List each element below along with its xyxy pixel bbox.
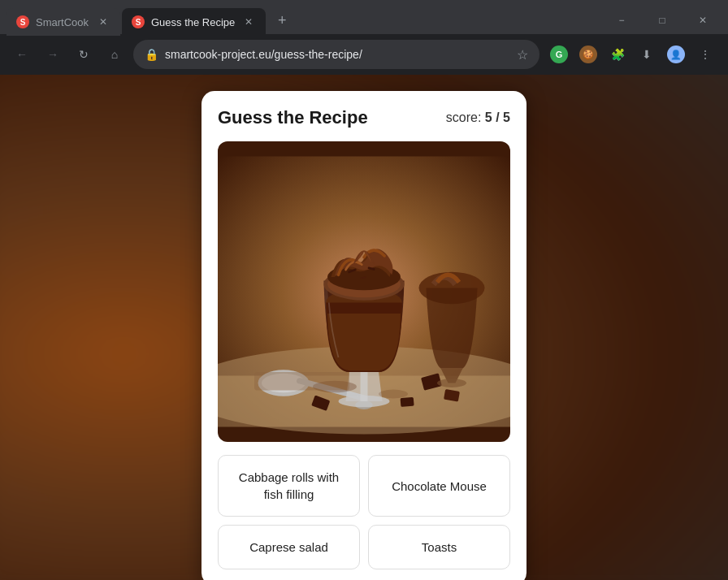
extension-green-icon: G <box>550 45 568 63</box>
answer-toasts-button[interactable]: Toasts <box>368 525 510 569</box>
minimize-button[interactable]: − <box>603 6 640 34</box>
answer-grid: Cabbage rolls with fish filling Chocolat… <box>218 455 510 569</box>
svg-rect-14 <box>361 372 368 401</box>
svg-rect-9 <box>401 397 414 407</box>
refresh-button[interactable]: ↻ <box>72 42 96 67</box>
forward-button[interactable]: → <box>41 42 65 67</box>
page-title: Guess the Recipe <box>218 107 368 128</box>
tab-favicon-smartcook: S <box>16 15 29 28</box>
save-icon: ⬇ <box>642 48 652 61</box>
answer-cabbage-button[interactable]: Cabbage rolls with fish filling <box>218 455 360 517</box>
save-button[interactable]: ⬇ <box>634 41 660 67</box>
tab-smartcook[interactable]: S SmartCook ✕ <box>6 8 120 36</box>
tab-close-smartcook[interactable]: ✕ <box>96 15 110 29</box>
url-text: smartcook-project.eu/guess-the-recipe/ <box>165 48 510 61</box>
tab-close-guess[interactable]: ✕ <box>241 15 256 29</box>
answer-chocolate-button[interactable]: Chocolate Mouse <box>368 455 510 517</box>
answer-caprese-button[interactable]: Caprese salad <box>218 525 360 569</box>
security-icon: 🔒 <box>145 48 158 61</box>
new-tab-button[interactable]: + <box>271 9 293 32</box>
score-label: score: <box>446 110 482 124</box>
menu-button[interactable]: ⋮ <box>692 41 718 67</box>
page-content: Guess the Recipe score: 5 / 5 <box>0 75 728 580</box>
menu-icon: ⋮ <box>700 48 711 61</box>
extension-cookie-icon: 🍪 <box>579 45 597 63</box>
bookmark-icon: ☆ <box>517 47 528 63</box>
card-header: Guess the Recipe score: 5 / 5 <box>218 107 510 128</box>
tab-label-smartcook: SmartCook <box>36 16 89 28</box>
tab-favicon-guess: S <box>132 15 145 28</box>
toolbar-icons: G 🍪 🧩 ⬇ 👤 ⋮ <box>546 41 718 67</box>
browser-chrome: S SmartCook ✕ S Guess the Recipe ✕ + − □… <box>0 0 728 75</box>
back-button[interactable]: ← <box>10 42 34 67</box>
home-button[interactable]: ⌂ <box>102 42 127 67</box>
extension-green-button[interactable]: G <box>546 41 572 67</box>
window-controls: − □ ✕ <box>603 6 722 34</box>
puzzle-icon: 🧩 <box>611 48 625 61</box>
maximize-button[interactable]: □ <box>644 6 681 34</box>
address-bar: ← → ↻ ⌂ 🔒 smartcook-project.eu/guess-the… <box>0 34 728 75</box>
tab-guess-recipe[interactable]: S Guess the Recipe ✕ <box>122 8 266 36</box>
extension-cookie-button[interactable]: 🍪 <box>575 41 601 67</box>
tab-bar: S SmartCook ✕ S Guess the Recipe ✕ + − □… <box>0 0 728 34</box>
recipe-card: Guess the Recipe score: 5 / 5 <box>202 91 526 580</box>
url-bar[interactable]: 🔒 smartcook-project.eu/guess-the-recipe/… <box>133 40 540 69</box>
close-button[interactable]: ✕ <box>684 6 722 34</box>
svg-point-23 <box>379 390 408 399</box>
svg-rect-24 <box>254 372 349 391</box>
svg-point-12 <box>437 379 466 387</box>
extensions-button[interactable]: 🧩 <box>604 41 630 67</box>
recipe-image <box>218 141 510 442</box>
profile-button[interactable]: 👤 <box>663 41 689 67</box>
score-display: score: 5 / 5 <box>446 110 510 125</box>
score-value: 5 / 5 <box>485 110 510 124</box>
profile-avatar: 👤 <box>667 45 685 63</box>
tab-label-guess: Guess the Recipe <box>151 16 235 28</box>
